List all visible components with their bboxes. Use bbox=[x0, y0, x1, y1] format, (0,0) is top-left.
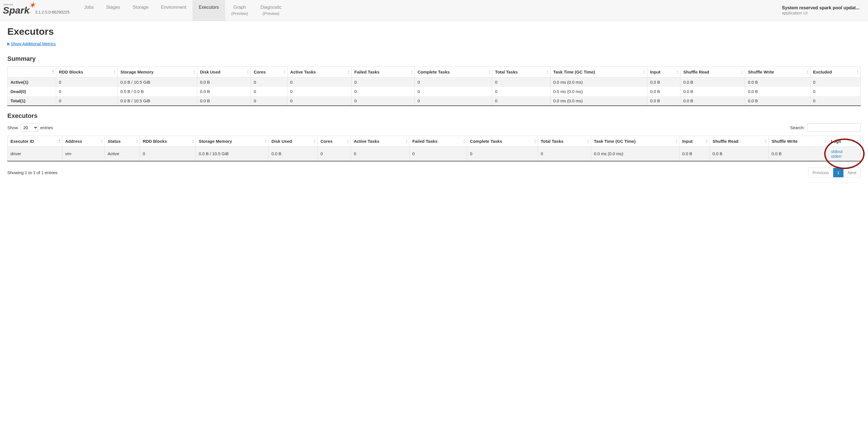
pager-previous[interactable]: Previous bbox=[808, 168, 833, 177]
summary-cell: 0.0 B / 10.5 GiB bbox=[117, 96, 197, 106]
star-icon: ✶ bbox=[29, 1, 35, 10]
summary-heading: Summary bbox=[7, 55, 861, 62]
summary-cell: 0 bbox=[351, 87, 415, 96]
summary-cell: 0.0 B bbox=[680, 87, 745, 96]
executors-col-2[interactable]: Status▲▼ bbox=[105, 136, 140, 146]
executors-cell: 0.0 B bbox=[710, 146, 769, 161]
executors-cell: 0.0 B bbox=[269, 146, 318, 161]
table-info: Showing 1 to 1 of 1 entries bbox=[7, 170, 58, 175]
executors-cell: vm- bbox=[62, 146, 104, 161]
summary-col-2[interactable]: Storage Memory▲▼ bbox=[117, 66, 197, 77]
entries-label: entries bbox=[40, 125, 53, 130]
summary-cell: 0 bbox=[251, 77, 287, 87]
executors-col-14[interactable]: Shuffle Write▲▼ bbox=[769, 136, 828, 146]
summary-cell: 0 bbox=[492, 87, 550, 96]
logo-wrap[interactable]: APACHE Spark™ ✶ 3.1.2.5.0-66290225 bbox=[3, 5, 69, 16]
executors-col-1[interactable]: Address▲▼ bbox=[62, 136, 104, 146]
summary-cell: 0 bbox=[251, 87, 287, 96]
summary-cell: 0 bbox=[414, 96, 492, 106]
executors-col-13[interactable]: Shuffle Read▲▼ bbox=[710, 136, 769, 146]
search-input[interactable] bbox=[807, 124, 861, 132]
summary-col-1[interactable]: RDD Blocks▲▼ bbox=[56, 66, 117, 77]
summary-col-5[interactable]: Active Tasks▲▼ bbox=[287, 66, 351, 77]
show-additional-metrics-toggle[interactable]: ▶ Show Additional Metrics bbox=[7, 41, 56, 46]
summary-cell: 0 bbox=[810, 87, 860, 96]
version-text: 3.1.2.5.0-66290225 bbox=[35, 10, 69, 14]
executors-col-3[interactable]: RDD Blocks▲▼ bbox=[140, 136, 196, 146]
summary-col-11[interactable]: Shuffle Read▲▼ bbox=[680, 66, 745, 77]
summary-cell: 0.0 B bbox=[197, 87, 251, 96]
stdout-link[interactable]: stdout bbox=[831, 149, 843, 154]
executors-cell: 0.0 B / 10.5 GiB bbox=[196, 146, 269, 161]
summary-col-4[interactable]: Cores▲▼ bbox=[251, 66, 287, 77]
summary-cell: 0.0 B / 10.5 GiB bbox=[117, 77, 197, 87]
summary-col-3[interactable]: Disk Used▲▼ bbox=[197, 66, 251, 77]
tab-storage[interactable]: Storage bbox=[127, 0, 155, 21]
executors-cell: 0 bbox=[318, 146, 351, 161]
summary-col-0[interactable]: ▲▼ bbox=[8, 66, 56, 77]
summary-cell: 0.0 B bbox=[647, 77, 680, 87]
summary-col-10[interactable]: Input▲▼ bbox=[647, 66, 680, 77]
summary-cell: 0 bbox=[492, 77, 550, 87]
executors-col-7[interactable]: Active Tasks▲▼ bbox=[351, 136, 409, 146]
executors-cell: Active bbox=[105, 146, 140, 161]
pager-next[interactable]: Next bbox=[843, 168, 860, 177]
tab-jobs[interactable]: Jobs bbox=[78, 0, 100, 21]
summary-row-label: Dead(0) bbox=[8, 87, 56, 96]
summary-col-8[interactable]: Total Tasks▲▼ bbox=[492, 66, 550, 77]
executors-col-8[interactable]: Failed Tasks▲▼ bbox=[409, 136, 467, 146]
navbar: APACHE Spark™ ✶ 3.1.2.5.0-66290225 Jobs … bbox=[0, 0, 868, 21]
summary-cell: 0.0 ms (0.0 ms) bbox=[550, 96, 647, 106]
summary-cell: 0 bbox=[251, 96, 287, 106]
executors-cell: driver bbox=[8, 146, 62, 161]
page-title: Executors bbox=[7, 26, 861, 37]
pager-page-1[interactable]: 1 bbox=[833, 168, 843, 177]
pager-row: Showing 1 to 1 of 1 entries Previous 1 N… bbox=[7, 168, 861, 178]
tab-environment[interactable]: Environment bbox=[155, 0, 193, 21]
executors-col-11[interactable]: Task Time (GC Time)▲▼ bbox=[591, 136, 679, 146]
spark-logo: APACHE Spark™ ✶ bbox=[3, 5, 32, 16]
summary-col-7[interactable]: Complete Tasks▲▼ bbox=[414, 66, 492, 77]
executors-col-0[interactable]: Executor ID▲▼ bbox=[8, 136, 62, 146]
summary-cell: 0.0 B bbox=[647, 96, 680, 106]
tab-executors[interactable]: Executors bbox=[192, 0, 225, 21]
summary-cell: 0.0 B bbox=[745, 77, 810, 87]
executors-col-9[interactable]: Complete Tasks▲▼ bbox=[467, 136, 538, 146]
executors-col-4[interactable]: Storage Memory▲▼ bbox=[196, 136, 269, 146]
executors-col-10[interactable]: Total Tasks▲▼ bbox=[538, 136, 591, 146]
summary-cell: 0.0 B bbox=[197, 96, 251, 106]
executors-col-15[interactable]: Logs▲▼ bbox=[828, 136, 861, 146]
summary-col-13[interactable]: Excluded▲▼ bbox=[810, 66, 860, 77]
executors-cell: 0.0 B bbox=[769, 146, 828, 161]
summary-row: Dead(0)00.0 B / 0.0 B0.0 B000000.0 ms (0… bbox=[8, 87, 861, 96]
stderr-link[interactable]: stderr bbox=[831, 154, 842, 159]
pager: Previous 1 Next bbox=[808, 168, 861, 178]
summary-col-9[interactable]: Task Time (GC Time)▲▼ bbox=[550, 66, 647, 77]
summary-col-12[interactable]: Shuffle Write▲▼ bbox=[745, 66, 810, 77]
summary-table: ▲▼RDD Blocks▲▼Storage Memory▲▼Disk Used▲… bbox=[7, 66, 861, 106]
executors-cell: 0 bbox=[467, 146, 538, 161]
summary-cell: 0 bbox=[56, 96, 117, 106]
apache-text: APACHE bbox=[3, 4, 13, 6]
summary-col-6[interactable]: Failed Tasks▲▼ bbox=[351, 66, 415, 77]
summary-cell: 0.0 B bbox=[197, 77, 251, 87]
search-label: Search: bbox=[790, 125, 805, 130]
summary-cell: 0 bbox=[351, 96, 415, 106]
summary-cell: 0 bbox=[287, 77, 351, 87]
tab-stages[interactable]: Stages bbox=[100, 0, 127, 21]
triangle-right-icon: ▶ bbox=[7, 42, 10, 45]
executors-col-5[interactable]: Disk Used▲▼ bbox=[269, 136, 318, 146]
summary-cell: 0.0 B bbox=[680, 96, 745, 106]
executors-col-12[interactable]: Input▲▼ bbox=[679, 136, 710, 146]
tab-graph[interactable]: Graph (Preview) bbox=[225, 0, 254, 21]
summary-cell: 0.0 B bbox=[745, 87, 810, 96]
summary-cell: 0 bbox=[287, 87, 351, 96]
summary-cell: 0 bbox=[287, 96, 351, 106]
executors-col-6[interactable]: Cores▲▼ bbox=[318, 136, 351, 146]
table-row: drivervm-Active00.0 B / 10.5 GiB0.0 B000… bbox=[8, 146, 861, 161]
tab-diagnostic[interactable]: Diagnostic (Preview) bbox=[254, 0, 288, 21]
app-name-block: System reserved spark pool updat... appl… bbox=[779, 3, 868, 18]
summary-cell: 0 bbox=[492, 96, 550, 106]
page-size-select[interactable]: 20 bbox=[20, 124, 38, 132]
summary-cell: 0.0 ms (0.0 ms) bbox=[550, 77, 647, 87]
